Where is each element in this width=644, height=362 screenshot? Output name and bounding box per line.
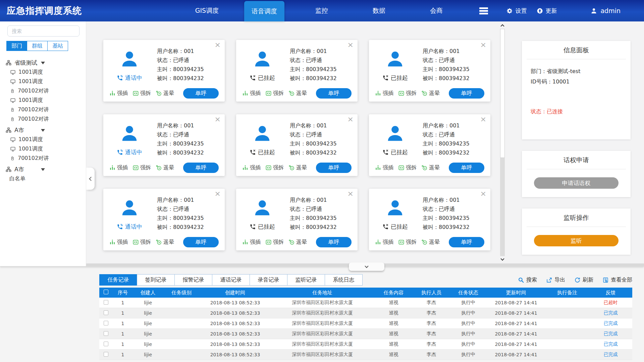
chevron-down-icon[interactable]: [41, 168, 45, 171]
close-icon[interactable]: ×: [347, 41, 354, 49]
record-tab[interactable]: 系统日志: [325, 274, 363, 286]
row-checkbox[interactable]: [104, 352, 108, 357]
tree-item[interactable]: 白名单: [0, 174, 86, 183]
tree-item[interactable]: 700102对讲: [0, 86, 86, 96]
tree-item[interactable]: 700102对讲: [0, 105, 86, 114]
remote-stun-button[interactable]: 遥晕: [421, 239, 440, 246]
force-release-button[interactable]: 强拆: [265, 90, 284, 97]
single-call-button[interactable]: 单呼: [183, 237, 219, 247]
close-icon[interactable]: ×: [347, 116, 354, 123]
update-button[interactable]: 更新: [537, 7, 557, 15]
table-row[interactable]: 1 lijie 2018-08-13 08:52:33 深圳市福田区彩田村水源大…: [99, 318, 632, 329]
single-call-button[interactable]: 单呼: [316, 237, 352, 247]
records-collapse-handle[interactable]: [349, 262, 384, 271]
close-icon[interactable]: ×: [215, 116, 221, 123]
force-insert-button[interactable]: 强插: [242, 239, 261, 246]
row-checkbox[interactable]: [104, 300, 108, 305]
request-floor-button[interactable]: 申请话语权: [534, 177, 619, 189]
remote-stun-button[interactable]: 遥晕: [288, 239, 307, 246]
force-release-button[interactable]: 强拆: [265, 164, 284, 171]
sidebar-collapse-handle[interactable]: [86, 168, 95, 190]
single-call-button[interactable]: 单呼: [183, 88, 219, 99]
force-insert-button[interactable]: 强插: [375, 239, 393, 246]
tree-item[interactable]: 省级测试: [0, 58, 86, 67]
tree-item[interactable]: 1001调度: [0, 144, 86, 154]
tree-item[interactable]: 1001调度: [0, 135, 86, 144]
remote-stun-button[interactable]: 遥晕: [288, 90, 307, 97]
scrollbar-track[interactable]: [500, 29, 505, 256]
force-insert-button[interactable]: 强插: [375, 164, 393, 171]
nav-item[interactable]: GIS调度: [187, 0, 227, 21]
cell-feedback[interactable]: 已完成: [589, 310, 632, 316]
close-icon[interactable]: ×: [480, 41, 486, 49]
force-insert-button[interactable]: 强插: [242, 164, 261, 171]
cell-feedback[interactable]: 已超时: [589, 300, 632, 306]
force-release-button[interactable]: 强拆: [132, 239, 151, 246]
force-release-button[interactable]: 强拆: [132, 90, 151, 97]
record-tab[interactable]: 任务记录: [99, 274, 137, 286]
remote-stun-button[interactable]: 遥晕: [421, 90, 440, 97]
force-insert-button[interactable]: 强插: [109, 90, 128, 97]
tree-item[interactable]: 1001调度: [0, 77, 86, 86]
table-row[interactable]: 1 lijie 2018-08-13 08:52:33 深圳市福田区彩田村水源大…: [99, 329, 632, 339]
row-checkbox[interactable]: [104, 321, 108, 325]
cell-feedback[interactable]: 已完成: [589, 331, 632, 337]
force-release-button[interactable]: 强拆: [398, 164, 417, 171]
refresh-button[interactable]: 刷新: [574, 277, 593, 284]
close-icon[interactable]: ×: [215, 190, 221, 197]
force-insert-button[interactable]: 强插: [242, 90, 261, 97]
force-release-button[interactable]: 强拆: [132, 164, 151, 171]
nav-item[interactable]: 会商: [416, 0, 457, 21]
record-tab[interactable]: 签到记录: [137, 274, 175, 286]
table-row[interactable]: 1 lijie 2018-08-13 08:52:33 深圳市福田区彩田村水源大…: [99, 350, 632, 360]
row-checkbox[interactable]: [104, 331, 108, 336]
force-insert-button[interactable]: 强插: [109, 239, 128, 246]
menu-button[interactable]: [474, 0, 494, 21]
table-row[interactable]: 1 lijie 2018-08-13 08:52:33 深圳市福田区彩田村水源大…: [99, 308, 632, 318]
cell-feedback[interactable]: 已完成: [589, 352, 632, 358]
scrollbar-thumb[interactable]: [500, 29, 505, 158]
settings-button[interactable]: 设置: [506, 7, 527, 15]
tree-item[interactable]: 1001调度: [0, 67, 86, 77]
close-icon[interactable]: ×: [215, 41, 221, 49]
force-insert-button[interactable]: 强插: [109, 164, 128, 171]
nav-item[interactable]: 语音调度: [244, 1, 284, 21]
select-all-checkbox[interactable]: [104, 290, 108, 294]
force-release-button[interactable]: 强拆: [398, 239, 417, 246]
single-call-button[interactable]: 单呼: [449, 237, 484, 247]
close-icon[interactable]: ×: [347, 190, 354, 197]
close-icon[interactable]: ×: [480, 116, 486, 123]
chevron-down-icon[interactable]: [41, 129, 45, 132]
cell-feedback[interactable]: 已完成: [589, 320, 632, 326]
force-release-button[interactable]: 强拆: [398, 90, 417, 97]
single-call-button[interactable]: 单呼: [449, 163, 484, 173]
monitor-button[interactable]: 监听: [534, 235, 619, 246]
tree-item[interactable]: 700102对讲: [0, 114, 86, 124]
sidebar-tab[interactable]: 基站: [47, 41, 68, 51]
search-input[interactable]: [12, 28, 77, 34]
table-row[interactable]: 1 lijie 2018-08-13 08:52:33 深圳市福田区彩田村水源大…: [99, 339, 632, 350]
view-all-button[interactable]: 查看全部: [602, 277, 632, 284]
single-call-button[interactable]: 单呼: [449, 88, 484, 99]
table-search-button[interactable]: 搜索: [518, 277, 537, 284]
table-row[interactable]: 1 lijie 2018-08-13 08:52:33 深圳市福田区彩田村水源大…: [99, 298, 632, 308]
tree-item[interactable]: A市: [0, 165, 86, 174]
scroll-up-button[interactable]: [500, 23, 505, 28]
tree-item[interactable]: 700102对讲: [0, 154, 86, 163]
row-checkbox[interactable]: [104, 310, 108, 315]
single-call-button[interactable]: 单呼: [316, 163, 352, 173]
single-call-button[interactable]: 单呼: [183, 163, 219, 173]
chevron-down-icon[interactable]: [41, 62, 45, 64]
export-button[interactable]: 导出: [546, 277, 565, 284]
sidebar-tab[interactable]: 群组: [27, 41, 48, 51]
row-checkbox[interactable]: [104, 342, 108, 346]
remote-stun-button[interactable]: 遥晕: [288, 164, 307, 171]
nav-item[interactable]: 数据: [359, 0, 399, 21]
record-tab[interactable]: 录音记录: [250, 274, 287, 286]
single-call-button[interactable]: 单呼: [316, 88, 352, 99]
close-icon[interactable]: ×: [480, 190, 486, 197]
tree-item[interactable]: A市: [0, 125, 86, 135]
sidebar-tab[interactable]: 部门: [6, 41, 27, 51]
remote-stun-button[interactable]: 遥晕: [156, 90, 174, 97]
cell-feedback[interactable]: 已完成: [589, 341, 632, 347]
